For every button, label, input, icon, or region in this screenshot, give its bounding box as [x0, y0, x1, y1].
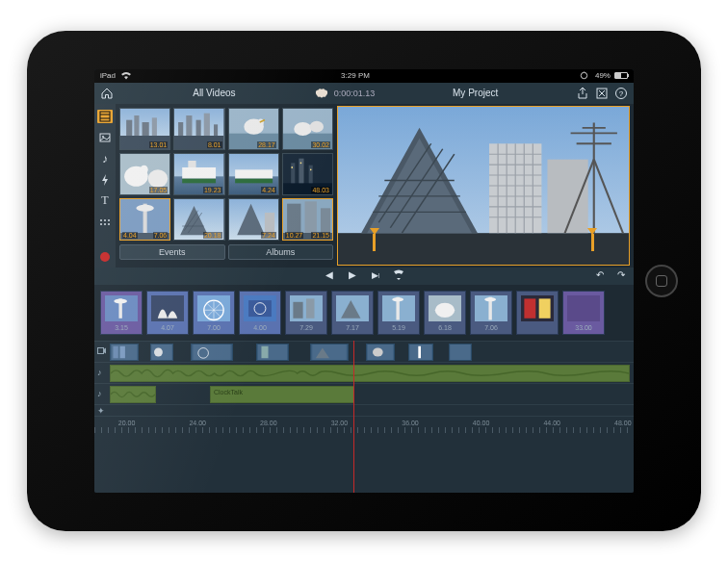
- play-button[interactable]: ▶: [346, 268, 359, 282]
- ruler-mark: 44.00: [543, 420, 560, 426]
- library-tab-events[interactable]: Events: [119, 244, 225, 260]
- next-frame-button[interactable]: ▶|: [369, 268, 382, 282]
- playhead[interactable]: [353, 341, 354, 493]
- tool-audio[interactable]: ♪: [98, 152, 112, 166]
- time-ruler[interactable]: 20.0024.0028.0032.0036.0040.0044.0048.00: [94, 416, 634, 433]
- timeline-clip-strip[interactable]: 3.154.077.004.007.297.175.196.187.0633.0…: [94, 285, 634, 341]
- svg-point-38: [141, 165, 148, 173]
- library-panel: 13.018.0128.1730.0217.0519.234.2448.037.…: [116, 104, 337, 268]
- library-clip[interactable]: 17.05: [119, 153, 170, 195]
- audio-track-icon: ♪: [97, 368, 102, 377]
- svg-rect-132: [539, 298, 551, 318]
- svg-point-10: [104, 219, 106, 221]
- ipad-home-button[interactable]: [645, 265, 678, 297]
- svg-text:?: ?: [619, 89, 624, 98]
- svg-rect-53: [308, 165, 312, 183]
- svg-point-34: [294, 122, 311, 136]
- battery-pct-label: 49%: [595, 71, 611, 80]
- library-clip[interactable]: 13.01: [119, 108, 170, 150]
- app-top-bar: All Videos 0:00:01.13 My Project ?: [94, 83, 634, 104]
- library-clip[interactable]: 4.24: [228, 153, 279, 195]
- preview-viewer[interactable]: [337, 106, 630, 266]
- svg-point-124: [392, 297, 403, 301]
- svg-rect-70: [287, 203, 300, 235]
- timeline-clip[interactable]: 7.29: [285, 291, 327, 335]
- svg-point-12: [100, 223, 102, 225]
- svg-rect-134: [98, 347, 104, 353]
- share-icon[interactable]: [576, 87, 589, 100]
- svg-point-129: [484, 297, 496, 301]
- svg-rect-20: [152, 117, 157, 136]
- redo-button[interactable]: ↷: [614, 268, 628, 282]
- timeline-clip[interactable]: 33.00: [562, 291, 605, 335]
- timeline-clip[interactable]: 4.00: [239, 291, 281, 335]
- trim-handles[interactable]: [373, 234, 594, 251]
- audio-clip-label: ClockTalk: [214, 389, 243, 395]
- record-button[interactable]: [100, 252, 110, 262]
- tool-photos[interactable]: [98, 131, 112, 144]
- ruler-mark: 48.00: [614, 420, 632, 426]
- audio-track-2-icon: ♪: [97, 389, 102, 398]
- help-icon[interactable]: ?: [614, 87, 628, 100]
- tracks-area[interactable]: ♪ ♪ ClockTalk ✦ 20.0024.0028.0032.0036.0…: [94, 341, 634, 493]
- library-clip[interactable]: 48.03: [282, 153, 333, 195]
- svg-rect-44: [189, 161, 196, 167]
- tool-titles[interactable]: T: [98, 194, 112, 208]
- library-clip[interactable]: 28.17: [228, 108, 279, 150]
- timeline-clip[interactable]: 7.17: [331, 291, 374, 335]
- library-clip[interactable]: 19.23: [173, 153, 224, 195]
- svg-point-13: [104, 223, 106, 225]
- library-clip[interactable]: 7.24: [228, 198, 279, 241]
- svg-rect-27: [214, 124, 218, 136]
- svg-rect-48: [235, 178, 273, 183]
- library-clip[interactable]: 30.02: [282, 108, 333, 150]
- insert-button[interactable]: [392, 268, 405, 282]
- tool-transitions[interactable]: [98, 216, 112, 229]
- svg-rect-143: [261, 345, 268, 357]
- timeline-clip[interactable]: [516, 291, 559, 335]
- ruler-mark: 24.00: [189, 420, 206, 426]
- marker-track[interactable]: ✦: [94, 404, 634, 416]
- home-icon[interactable]: [100, 87, 114, 100]
- prev-frame-button[interactable]: ◀: [323, 268, 336, 282]
- video-track[interactable]: [94, 341, 634, 362]
- svg-rect-107: [151, 295, 184, 321]
- svg-point-9: [100, 219, 102, 221]
- wifi-icon: [119, 69, 133, 83]
- ipad-device-frame: iPad 3:29 PM 49% All Videos: [27, 31, 701, 531]
- library-title: All Videos: [119, 88, 309, 98]
- timecode-label: 0:00:01.13: [334, 89, 376, 98]
- svg-point-147: [373, 347, 383, 356]
- brain-icon[interactable]: [315, 89, 328, 98]
- svg-rect-51: [291, 163, 295, 183]
- ruler-mark: 20.00: [118, 420, 136, 426]
- audio-track-1[interactable]: ♪: [94, 362, 634, 383]
- svg-rect-52: [299, 158, 303, 183]
- library-clip[interactable]: 8.01: [173, 108, 224, 150]
- timeline-clip[interactable]: 3.15: [100, 291, 143, 335]
- ruler-mark: 36.00: [402, 420, 419, 426]
- library-tabs: EventsAlbums: [119, 244, 333, 260]
- svg-point-0: [582, 72, 587, 78]
- timeline-clip[interactable]: 7.00: [193, 291, 235, 335]
- timeline-clip[interactable]: 6.18: [424, 291, 466, 335]
- svg-rect-19: [143, 122, 149, 136]
- svg-rect-47: [235, 169, 273, 178]
- svg-rect-71: [304, 201, 316, 235]
- undo-button[interactable]: ↶: [593, 268, 607, 282]
- svg-rect-149: [418, 345, 421, 357]
- library-clip[interactable]: 21.1510.27: [282, 198, 333, 241]
- library-tab-albums[interactable]: Albums: [228, 244, 334, 260]
- svg-rect-133: [567, 295, 600, 321]
- timeline-clip[interactable]: 4.07: [146, 291, 189, 335]
- tool-fx[interactable]: [98, 173, 112, 187]
- svg-rect-118: [293, 301, 302, 318]
- timeline-clip[interactable]: 5.19: [377, 291, 420, 335]
- audio-track-2[interactable]: ♪ ClockTalk: [94, 383, 634, 404]
- settings-icon[interactable]: [595, 87, 609, 100]
- timeline-clip[interactable]: 7.06: [470, 291, 512, 335]
- library-clip[interactable]: 7.064.04: [119, 198, 170, 241]
- svg-point-11: [108, 219, 110, 221]
- tool-clips[interactable]: [97, 110, 113, 123]
- library-clip[interactable]: 20.18: [173, 198, 224, 241]
